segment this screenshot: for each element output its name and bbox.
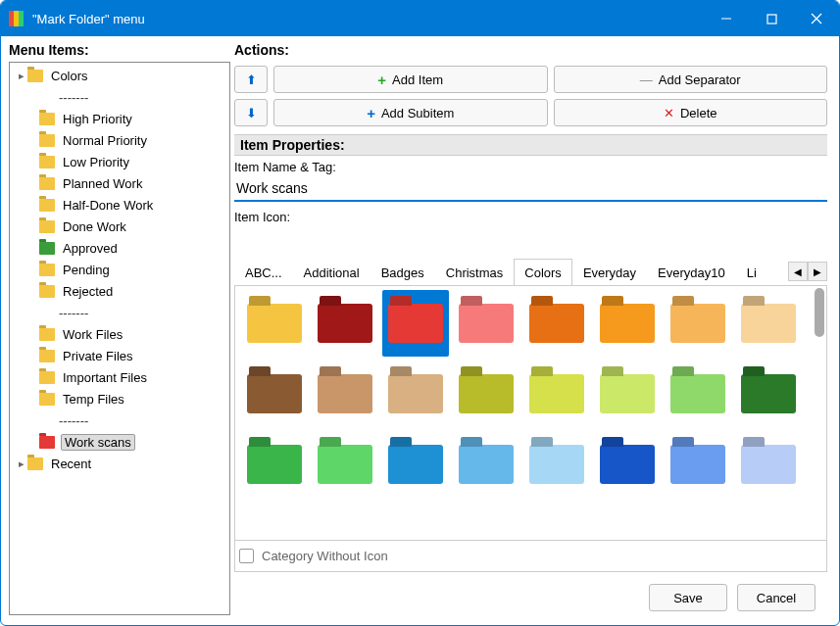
folder-icon-option[interactable] (312, 290, 378, 357)
folder-icon-option[interactable] (735, 290, 802, 357)
folder-icon-option[interactable] (594, 290, 661, 357)
maximize-button[interactable] (749, 1, 794, 36)
tree-item-label: Colors (49, 69, 90, 83)
tree-item-label: High Priority (61, 112, 134, 126)
category-without-icon-checkbox[interactable] (239, 549, 254, 563)
tree-item[interactable]: ▸Colors (10, 65, 229, 86)
tree-item[interactable]: Important Files (10, 366, 229, 388)
folder-icon-option[interactable] (523, 290, 590, 357)
folder-icon (247, 304, 302, 343)
expand-toggle[interactable]: ▸ (16, 457, 27, 470)
item-properties-label: Item Properties: (234, 134, 827, 156)
tree-item[interactable]: ▸Recent (10, 453, 229, 474)
tab[interactable]: Additional (293, 259, 371, 285)
folder-icon (318, 374, 372, 413)
folder-icon (39, 285, 55, 298)
folder-icon-option[interactable] (523, 431, 590, 498)
tree-item[interactable]: Rejected (10, 280, 229, 302)
folder-icon-option[interactable] (312, 361, 378, 427)
tree-item[interactable]: Half-Done Work (10, 194, 229, 216)
tree-item[interactable]: Planned Work (10, 172, 229, 194)
folder-icon-option[interactable] (382, 431, 449, 498)
folder-icon (27, 70, 43, 82)
tab[interactable]: Christmas (435, 259, 515, 285)
tree-item-label: Low Priority (61, 155, 131, 169)
icon-grid-scrollbar[interactable] (815, 288, 824, 337)
folder-icon (39, 199, 55, 212)
icon-grid[interactable] (241, 290, 820, 498)
tree-item[interactable]: Approved (10, 237, 229, 259)
folder-icon (459, 374, 514, 413)
minimize-button[interactable] (704, 1, 749, 36)
tab-scroll-left[interactable]: ◀ (788, 262, 808, 281)
tree-separator[interactable]: ------- (10, 409, 229, 431)
tree-separator[interactable]: ------- (10, 86, 229, 108)
tree-item[interactable]: High Priority (10, 108, 229, 129)
folder-icon (529, 304, 584, 343)
tree-item[interactable]: Work Files (10, 323, 229, 345)
folder-icon (670, 374, 725, 413)
tree-item[interactable]: Normal Priority (10, 129, 229, 151)
folder-icon (388, 374, 443, 413)
tab[interactable]: Everyday (572, 259, 647, 285)
tree-item[interactable]: Private Files (10, 345, 229, 366)
folder-icon (529, 374, 584, 413)
folder-icon-option[interactable] (665, 361, 731, 427)
folder-icon (39, 156, 55, 169)
icon-category-tabs[interactable]: ABC...AdditionalBadgesChristmasColorsEve… (234, 258, 788, 285)
folder-icon (600, 445, 655, 484)
menu-items-tree[interactable]: ▸Colors-------High PriorityNormal Priori… (9, 62, 230, 615)
folder-icon-option[interactable] (453, 431, 519, 498)
folder-icon (39, 220, 55, 233)
folder-icon (39, 436, 55, 449)
tree-item[interactable]: Work scans (10, 431, 229, 453)
folder-icon-option[interactable] (382, 290, 449, 357)
move-down-button[interactable]: ⬇ (234, 99, 268, 126)
tree-item-label: Work Files (61, 327, 124, 342)
folder-icon-option[interactable] (665, 290, 731, 357)
folder-icon (600, 304, 655, 343)
folder-icon (459, 445, 514, 484)
tree-item[interactable]: Done Work (10, 216, 229, 237)
tree-item-label: Half-Done Work (61, 198, 155, 213)
tab[interactable]: ABC... (234, 259, 293, 285)
folder-icon-option[interactable] (665, 431, 731, 498)
folder-icon-option[interactable] (453, 290, 519, 357)
folder-icon-option[interactable] (241, 361, 308, 427)
move-up-button[interactable]: ⬆ (234, 66, 268, 93)
item-name-input[interactable] (234, 176, 827, 202)
folder-icon-option[interactable] (241, 431, 308, 498)
close-button[interactable] (794, 1, 839, 36)
add-subitem-button[interactable]: +Add Subitem (273, 99, 548, 126)
tab[interactable]: Colors (514, 259, 572, 285)
folder-icon (39, 113, 55, 125)
folder-icon-option[interactable] (594, 361, 661, 427)
tab[interactable]: Badges (371, 259, 435, 285)
tab[interactable]: Everyday10 (647, 259, 736, 285)
window-title: "Mark Folder" menu (32, 12, 704, 26)
titlebar: "Mark Folder" menu (1, 1, 839, 36)
tab-scroll-right[interactable]: ▶ (808, 262, 827, 281)
folder-icon-option[interactable] (523, 361, 590, 427)
add-separator-button[interactable]: —Add Separator (554, 66, 828, 93)
folder-icon-option[interactable] (382, 361, 449, 427)
cancel-button[interactable]: Cancel (737, 584, 815, 611)
tree-item[interactable]: Pending (10, 259, 229, 280)
tree-item-label: Recent (49, 457, 93, 471)
folder-icon-option[interactable] (594, 431, 661, 498)
delete-button[interactable]: ✕Delete (554, 99, 828, 126)
tree-item[interactable]: Temp Files (10, 388, 229, 409)
folder-icon-option[interactable] (241, 290, 308, 357)
folder-icon (247, 445, 302, 484)
save-button[interactable]: Save (649, 584, 727, 611)
tree-separator[interactable]: ------- (10, 302, 229, 323)
expand-toggle[interactable]: ▸ (16, 70, 27, 82)
folder-icon-option[interactable] (735, 361, 802, 427)
folder-icon-option[interactable] (312, 431, 378, 498)
folder-icon-option[interactable] (453, 361, 519, 427)
tab[interactable]: Li (736, 259, 767, 285)
add-item-button[interactable]: +Add Item (273, 66, 548, 93)
folder-icon (39, 328, 55, 341)
folder-icon-option[interactable] (735, 431, 802, 498)
tree-item[interactable]: Low Priority (10, 151, 229, 172)
